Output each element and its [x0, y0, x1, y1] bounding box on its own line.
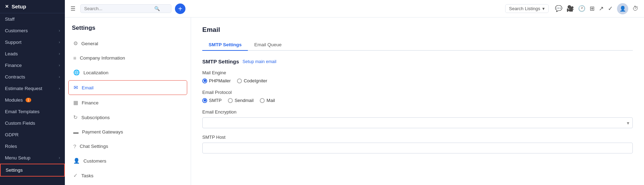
mail-engine-group: Mail Engine PHPMailer CodeIgniter — [202, 70, 633, 83]
email-encryption-group: Email Encryption SSL TLS — [202, 109, 633, 128]
user-icon: 👤 — [73, 158, 80, 164]
sidebar-item-estimate-request[interactable]: Estimate Request › — [0, 83, 65, 94]
settings-menu-tasks[interactable]: ✓ Tasks — [68, 169, 187, 183]
chevron-right-icon: › — [59, 87, 60, 90]
radio-smtp[interactable]: SMTP — [202, 98, 222, 103]
sidebar-item-contracts[interactable]: Contracts › — [0, 71, 65, 83]
payment-icon: ▬ — [73, 129, 79, 135]
radio-codeigniter[interactable]: CodeIgniter — [237, 78, 267, 83]
search-bar: 🔍 — [80, 4, 171, 13]
email-protocol-label: Email Protocol — [202, 90, 633, 95]
sidebar-item-staff[interactable]: Staff — [0, 13, 65, 25]
tasks-icon: ✓ — [73, 172, 78, 179]
history-icon[interactable]: 🕐 — [578, 5, 585, 12]
smtp-host-label: SMTP Host — [202, 135, 633, 140]
search-listings-dropdown[interactable]: Search Listings ▾ — [505, 4, 549, 13]
radio-mail[interactable]: Mail — [260, 98, 275, 103]
sidebar-item-modules[interactable]: Modules 1 — [0, 94, 65, 106]
email-protocol-radio-group: SMTP Sendmail Mail — [202, 98, 633, 103]
close-icon[interactable]: ✕ — [5, 4, 9, 9]
gear-icon: ⚙ — [73, 40, 78, 47]
radio-circle-sendmail — [228, 98, 233, 103]
smtp-host-input[interactable] — [202, 143, 633, 153]
message-icon[interactable]: 💬 — [555, 5, 562, 12]
menu-icon[interactable]: ☰ — [70, 5, 75, 12]
list-icon: ≡ — [73, 55, 76, 61]
tabs: SMTP Settings Email Queue — [202, 39, 633, 51]
search-icon: 🔍 — [154, 6, 160, 11]
sidebar-item-gdpr[interactable]: GDPR — [0, 129, 65, 141]
grid-icon[interactable]: ⊞ — [590, 5, 595, 12]
settings-menu-subscriptions[interactable]: ↻ Subscriptions — [68, 110, 187, 124]
settings-menu-finance[interactable]: ▦ Finance — [68, 96, 187, 110]
sidebar-item-support[interactable]: Support › — [0, 36, 65, 48]
sidebar-item-custom-fields[interactable]: Custom Fields — [0, 117, 65, 129]
email-icon: ✉ — [74, 84, 78, 91]
radio-circle-smtp — [202, 98, 207, 103]
settings-menu-localization[interactable]: 🌐 Localization — [68, 66, 187, 80]
settings-menu-customers[interactable]: 👤 Customers — [68, 154, 187, 168]
app-title: Setup — [12, 4, 26, 9]
sidebar-item-customers[interactable]: Customers › — [0, 25, 65, 36]
page-title: Email — [202, 26, 633, 34]
radio-circle-codeigniter — [237, 78, 242, 83]
topbar: ☰ 🔍 + Search Listings ▾ 💬 🎥 🕐 ⊞ ↗ ✓ 👤 ⏱ — [65, 0, 644, 18]
section-subtitle: Setup main email — [243, 59, 277, 64]
radio-sendmail[interactable]: Sendmail — [228, 98, 253, 103]
sidebar-item-leads[interactable]: Leads › — [0, 48, 65, 60]
chevron-right-icon: › — [59, 29, 60, 33]
sidebar-item-menu-setup[interactable]: Menu Setup › — [0, 152, 65, 164]
clock-icon[interactable]: ⏱ — [632, 5, 638, 12]
section-title: SMTP Settings Setup main email — [202, 59, 633, 64]
settings-panel: Settings ⚙ General ≡ Company Information… — [65, 18, 191, 185]
settings-panel-title: Settings — [68, 25, 187, 36]
modules-badge: 1 — [26, 98, 31, 102]
settings-menu-email[interactable]: ✉ Email — [68, 80, 187, 95]
share-icon[interactable]: ↗ — [599, 5, 604, 12]
sidebar: ✕ Setup Staff Customers › Support › Lead… — [0, 0, 65, 185]
sidebar-item-settings[interactable]: Settings — [0, 164, 65, 177]
add-button[interactable]: + — [175, 4, 185, 14]
settings-menu-company-information[interactable]: ≡ Company Information — [68, 51, 187, 65]
email-encryption-select-wrapper: SSL TLS — [202, 117, 633, 128]
mail-engine-radio-group: PHPMailer CodeIgniter — [202, 78, 633, 83]
chevron-right-icon: › — [59, 40, 60, 44]
subscriptions-icon: ↻ — [73, 114, 78, 121]
sidebar-item-finance[interactable]: Finance › — [0, 60, 65, 71]
video-icon[interactable]: 🎥 — [567, 5, 574, 12]
chevron-right-icon: › — [59, 52, 60, 56]
settings-menu-chat-settings[interactable]: ? Chat Settings — [68, 139, 187, 153]
email-settings-content: Email SMTP Settings Email Queue SMTP Set… — [191, 18, 644, 185]
settings-menu-payment-gateways[interactable]: ▬ Payment Gateways — [68, 125, 187, 139]
tab-email-queue[interactable]: Email Queue — [248, 39, 288, 51]
chevron-right-icon: › — [59, 75, 60, 79]
globe-icon: 🌐 — [73, 69, 80, 76]
sidebar-item-roles[interactable]: Roles — [0, 141, 65, 152]
check-icon[interactable]: ✓ — [608, 5, 613, 12]
finance-icon: ▦ — [73, 100, 78, 106]
chevron-down-icon: ▾ — [542, 6, 545, 11]
sidebar-item-email-templates[interactable]: Email Templates — [0, 106, 65, 117]
chat-icon: ? — [73, 143, 76, 149]
mail-engine-label: Mail Engine — [202, 70, 633, 75]
radio-phpmailer[interactable]: PHPMailer — [202, 78, 231, 83]
tab-smtp-settings[interactable]: SMTP Settings — [202, 39, 248, 51]
sidebar-header: ✕ Setup — [0, 0, 65, 13]
radio-circle-mail — [260, 98, 265, 103]
email-encryption-label: Email Encryption — [202, 109, 633, 115]
content-area: Settings ⚙ General ≡ Company Information… — [65, 18, 644, 185]
chevron-right-icon: › — [59, 156, 60, 160]
avatar[interactable]: 👤 — [617, 3, 628, 14]
topbar-icons: 💬 🎥 🕐 ⊞ ↗ ✓ 👤 ⏱ — [555, 3, 638, 14]
email-protocol-group: Email Protocol SMTP Sendmail Mail — [202, 90, 633, 103]
search-input[interactable] — [84, 6, 154, 11]
smtp-host-group: SMTP Host — [202, 135, 633, 153]
main-area: ☰ 🔍 + Search Listings ▾ 💬 🎥 🕐 ⊞ ↗ ✓ 👤 ⏱ … — [65, 0, 644, 185]
chevron-right-icon: › — [59, 63, 60, 67]
email-encryption-select[interactable]: SSL TLS — [202, 117, 633, 128]
settings-menu-general[interactable]: ⚙ General — [68, 36, 187, 50]
radio-circle-phpmailer — [202, 78, 207, 83]
